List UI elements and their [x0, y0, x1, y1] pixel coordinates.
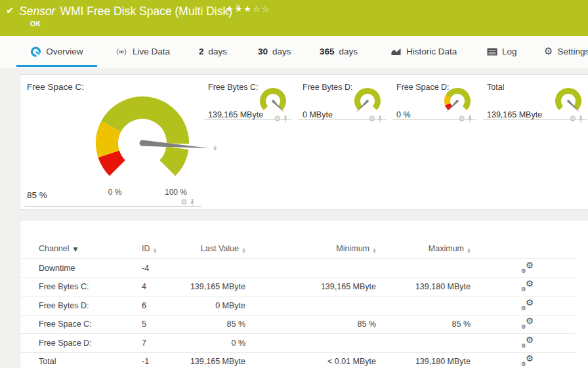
channel-row-free-space-c: Free Space C:585 %85 %85 %⚙⚙	[20, 315, 576, 334]
gauge-value: 139,165 MByte	[208, 110, 263, 119]
gauge-card-free-space-d: Free Space D:0 %⚙	[392, 75, 479, 209]
channel-name: Free Space C:	[20, 315, 142, 334]
gauge-actions: ⚙	[368, 112, 383, 124]
column-label[interactable]: ID	[142, 244, 150, 253]
gauge-settings-pin-icons[interactable]: ⚙	[274, 115, 288, 123]
column-header-last-value[interactable]: Last Value▲▼	[181, 220, 245, 259]
gear-icon: ⚙	[544, 47, 553, 56]
pin-icon[interactable]	[283, 115, 288, 123]
minimum-value: 85 %	[245, 315, 376, 334]
column-header-id[interactable]: ID▲▼	[142, 220, 181, 259]
gear-icon[interactable]: ⚙	[569, 115, 576, 123]
gauge-card-total: Total139,165 MByte⚙	[483, 75, 588, 209]
gear-icon[interactable]: ⚙	[274, 115, 281, 123]
maximum-value: 139,180 MByte	[376, 277, 471, 296]
pin-icon[interactable]	[190, 199, 195, 206]
channel-actions-cell: ⚙⚙	[471, 315, 576, 334]
channel-id: 4	[142, 277, 181, 296]
column-header-maximum[interactable]: Maximum▲▼	[376, 220, 471, 259]
column-header-minimum[interactable]: Minimum▲▼	[245, 220, 376, 259]
column-label[interactable]: Minimum	[336, 244, 369, 253]
gear-icon[interactable]: ⚙	[180, 198, 188, 206]
star-filled-icon[interactable]: ★	[235, 4, 244, 14]
star-filled-icon[interactable]: ★	[226, 4, 235, 14]
gauge-settings-pin-icons[interactable]: ⚙	[458, 115, 472, 123]
sort-icon[interactable]: ▲▼	[373, 248, 376, 254]
gauge-settings-pin-icons[interactable]: ⚙	[569, 115, 583, 123]
sort-icon[interactable]: ▲▼	[467, 248, 471, 254]
tab-log[interactable]: Log	[487, 36, 517, 67]
channel-actions-cell: ⚙⚙	[471, 296, 576, 316]
gauge-actions: ⚙	[569, 112, 583, 124]
channel-settings-gears-icon[interactable]: ⚙⚙	[521, 299, 534, 310]
gauge-value: 0 MByte	[303, 110, 333, 119]
channel-settings-gears-icon[interactable]: ⚙⚙	[521, 337, 534, 348]
gear-icon[interactable]: ⚙	[368, 115, 375, 123]
channel-settings-gears-icon[interactable]: ⚙⚙	[521, 262, 534, 273]
column-header-actions	[471, 220, 576, 259]
channel-table: Channel▼ID▲▼Last Value▲▼Minimum▲▼Maximum…	[20, 220, 576, 368]
gauge-value: 139,165 MByte	[487, 110, 542, 119]
tab-label: Live Data	[133, 47, 170, 56]
gauge-settings-pin-icons[interactable]: ⚙	[180, 198, 195, 206]
channel-row-free-space-d: Free Space D:70 %⚙⚙	[20, 334, 576, 353]
channel-id: 7	[142, 334, 181, 353]
last-value: 0 %	[181, 334, 245, 353]
tab-30-days[interactable]: 30days	[258, 36, 291, 67]
channel-settings-gears-icon[interactable]: ⚙⚙	[521, 355, 534, 366]
gauge-card-free-bytes-d: Free Bytes D:0 MByte⚙	[299, 75, 389, 209]
maximum-value	[376, 334, 471, 353]
tab-bar: OverviewLive Data2days30days365daysHisto…	[0, 36, 588, 68]
channel-id: 6	[142, 296, 181, 316]
gauge-card-free-bytes-c: Free Bytes C:139,165 MByte⚙	[204, 75, 295, 209]
gauge-settings-pin-icons[interactable]: ⚙	[368, 115, 383, 123]
tab-historic-data[interactable]: Historic Data	[390, 36, 457, 67]
channel-settings-gears-icon[interactable]: ⚙⚙	[521, 317, 534, 329]
tab-settings[interactable]: ⚙Settings	[544, 36, 588, 67]
tab-number: 2	[199, 47, 204, 56]
gauge-title: Free Bytes C:	[208, 83, 258, 92]
gauge-scale-min: 0 %	[98, 188, 131, 197]
priority-stars[interactable]: ★★★☆☆	[226, 4, 270, 14]
gear-icon[interactable]: ⚙	[458, 115, 465, 123]
channel-name: Total	[20, 352, 142, 368]
channel-row-downtime: Downtime-4⚙⚙	[20, 259, 576, 278]
channel-row-free-bytes-d: Free Bytes D:60 MByte⚙⚙	[20, 296, 576, 316]
gauges-panel: Free Space C: x̄ 0 % 100 % 85 % ⚙ Free B…	[20, 74, 588, 210]
sensor-type-label: Sensor	[19, 5, 55, 18]
maximum-value: 139,180 MByte	[376, 352, 471, 368]
tab-live-data[interactable]: Live Data	[115, 36, 170, 67]
star-empty-icon[interactable]: ☆	[253, 4, 262, 14]
tab-365-days[interactable]: 365days	[320, 36, 358, 67]
pin-icon[interactable]	[578, 115, 583, 123]
star-filled-icon[interactable]: ★	[243, 4, 253, 14]
pin-icon[interactable]	[377, 115, 383, 123]
page-title: WMI Free Disk Space (Multi Disk)	[60, 5, 232, 18]
column-header-channel[interactable]: Channel▼	[20, 220, 142, 259]
channel-actions-cell: ⚙⚙	[471, 277, 576, 296]
column-label[interactable]: Channel	[39, 244, 70, 253]
sort-icon[interactable]: ▲▼	[242, 248, 245, 254]
column-label[interactable]: Last Value	[201, 244, 239, 253]
tab-2-days[interactable]: 2days	[199, 36, 227, 67]
channel-row-total: Total-1139,165 MByte< 0.01 MByte139,180 …	[20, 352, 576, 368]
column-label[interactable]: Maximum	[429, 244, 464, 253]
sort-icon[interactable]: ▲▼	[154, 248, 157, 254]
tab-number: 365	[320, 47, 335, 56]
chart-icon	[390, 47, 402, 56]
gauge-title: Free Bytes D:	[303, 83, 352, 92]
sort-desc-icon[interactable]: ▼	[74, 246, 78, 253]
divider	[24, 206, 201, 207]
pin-icon[interactable]	[467, 115, 472, 123]
channel-row-free-bytes-c: Free Bytes C:4139,165 MByte139,165 MByte…	[20, 277, 576, 296]
gauge-title: Free Space C:	[27, 82, 84, 92]
ok-check-icon: ✔	[6, 5, 14, 16]
minimum-value	[245, 334, 376, 353]
divider	[483, 119, 587, 120]
channel-name: Free Space D:	[20, 334, 142, 353]
channel-settings-gears-icon[interactable]: ⚙⚙	[521, 280, 534, 291]
last-value: 0 MByte	[181, 296, 245, 316]
tab-overview[interactable]: Overview	[16, 36, 97, 67]
status-badge: OK	[30, 20, 41, 28]
star-empty-icon[interactable]: ☆	[262, 4, 271, 14]
